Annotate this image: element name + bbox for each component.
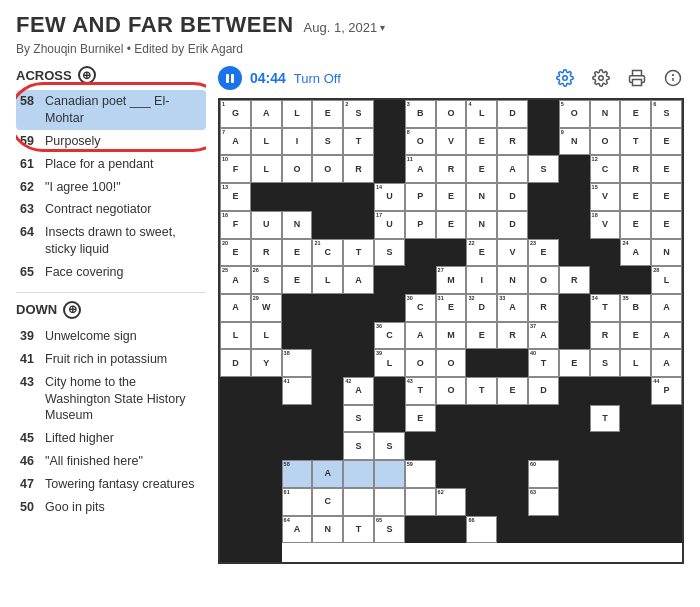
- grid-cell[interactable]: 25A: [220, 266, 251, 294]
- grid-cell[interactable]: 10F: [220, 155, 251, 183]
- clue-item-63-across[interactable]: 63 Contract negotiator: [16, 198, 206, 221]
- grid-cell[interactable]: Y: [251, 349, 282, 377]
- grid-cell[interactable]: E: [620, 211, 651, 239]
- grid-cell[interactable]: 5O: [559, 100, 590, 128]
- grid-cell[interactable]: N: [651, 239, 682, 267]
- clue-item-47-down[interactable]: 47 Towering fantasy creatures: [16, 473, 206, 496]
- grid-cell[interactable]: T: [343, 239, 374, 267]
- grid-cell[interactable]: 2S: [343, 100, 374, 128]
- grid-cell[interactable]: L: [251, 128, 282, 156]
- clue-item-46-down[interactable]: 46 "All finished here": [16, 450, 206, 473]
- grid-cell[interactable]: 40T: [528, 349, 559, 377]
- grid-cell[interactable]: 39L: [374, 349, 405, 377]
- down-expand-btn[interactable]: ⊕: [63, 301, 81, 319]
- grid-cell[interactable]: 21C: [312, 239, 343, 267]
- clue-item-59-across[interactable]: 59 Purposely: [16, 130, 206, 153]
- grid-cell[interactable]: A: [312, 460, 343, 488]
- grid-cell[interactable]: 33A: [497, 294, 528, 322]
- grid-cell[interactable]: E: [466, 155, 497, 183]
- grid-cell[interactable]: T: [343, 128, 374, 156]
- grid-cell[interactable]: 20E: [220, 239, 251, 267]
- grid-cell[interactable]: A: [405, 322, 436, 350]
- grid-cell[interactable]: [343, 460, 374, 488]
- grid-cell[interactable]: C: [312, 488, 343, 516]
- grid-cell[interactable]: O: [436, 100, 467, 128]
- grid-cell[interactable]: 59: [405, 460, 436, 488]
- grid-cell[interactable]: E: [282, 239, 313, 267]
- grid-cell[interactable]: N: [282, 211, 313, 239]
- grid-cell[interactable]: R: [590, 322, 621, 350]
- grid-cell[interactable]: A: [343, 266, 374, 294]
- grid-cell[interactable]: N: [466, 183, 497, 211]
- turn-off-button[interactable]: Turn Off: [294, 71, 341, 86]
- grid-cell[interactable]: 41: [282, 377, 313, 405]
- clue-item-62-across[interactable]: 62 "I agree 100!": [16, 176, 206, 199]
- grid-cell[interactable]: 24A: [620, 239, 651, 267]
- grid-cell[interactable]: 8O: [405, 128, 436, 156]
- options-icon[interactable]: [590, 67, 612, 89]
- grid-cell[interactable]: S: [374, 432, 405, 460]
- grid-cell[interactable]: 12C: [590, 155, 621, 183]
- grid-cell[interactable]: 31E: [436, 294, 467, 322]
- grid-cell[interactable]: E: [651, 183, 682, 211]
- grid-cell[interactable]: 63: [528, 488, 559, 516]
- grid-cell[interactable]: M: [436, 322, 467, 350]
- grid-cell[interactable]: E: [466, 128, 497, 156]
- grid-cell[interactable]: 36C: [374, 322, 405, 350]
- settings-icon[interactable]: [554, 67, 576, 89]
- grid-cell[interactable]: 38: [282, 349, 313, 377]
- grid-cell[interactable]: E: [436, 183, 467, 211]
- grid-cell[interactable]: O: [405, 349, 436, 377]
- grid-cell[interactable]: R: [497, 128, 528, 156]
- pause-button[interactable]: [218, 66, 242, 90]
- grid-cell[interactable]: V: [436, 128, 467, 156]
- grid-cell[interactable]: S: [374, 239, 405, 267]
- grid-cell[interactable]: 6S: [651, 100, 682, 128]
- grid-cell[interactable]: 22E: [466, 239, 497, 267]
- grid-cell[interactable]: S: [343, 432, 374, 460]
- grid-cell[interactable]: 32D: [466, 294, 497, 322]
- grid-cell[interactable]: E: [312, 100, 343, 128]
- grid-cell[interactable]: 26S: [251, 266, 282, 294]
- grid-cell[interactable]: 42A: [343, 377, 374, 405]
- grid-cell[interactable]: R: [251, 239, 282, 267]
- grid-cell[interactable]: P: [405, 183, 436, 211]
- grid-cell[interactable]: I: [466, 266, 497, 294]
- grid-cell[interactable]: S: [528, 155, 559, 183]
- grid-cell[interactable]: U: [251, 211, 282, 239]
- grid-cell[interactable]: T: [620, 128, 651, 156]
- grid-cell[interactable]: S: [343, 405, 374, 433]
- grid-cell[interactable]: 23E: [528, 239, 559, 267]
- grid-cell[interactable]: 18V: [590, 211, 621, 239]
- grid-cell[interactable]: O: [312, 155, 343, 183]
- clue-item-50-down[interactable]: 50 Goo in pits: [16, 496, 206, 519]
- clue-item-61-across[interactable]: 61 Place for a pendant: [16, 153, 206, 176]
- grid-cell[interactable]: L: [251, 322, 282, 350]
- grid-cell[interactable]: D: [497, 100, 528, 128]
- grid-cell[interactable]: E: [497, 377, 528, 405]
- grid-cell[interactable]: L: [620, 349, 651, 377]
- info-icon[interactable]: [662, 67, 684, 89]
- crossword-grid[interactable]: 1GALE2S3BO4LD5ONE6S7ALIST8OVER9NOTE10FLO…: [218, 98, 684, 564]
- grid-cell[interactable]: S: [590, 349, 621, 377]
- grid-cell[interactable]: A: [251, 100, 282, 128]
- grid-cell[interactable]: R: [620, 155, 651, 183]
- grid-cell[interactable]: A: [651, 349, 682, 377]
- across-expand-btn[interactable]: ⊕: [78, 66, 96, 84]
- grid-cell[interactable]: O: [436, 349, 467, 377]
- grid-cell[interactable]: A: [651, 322, 682, 350]
- clue-item-58-across[interactable]: 58 Canadian poet ___ El-Mohtar: [16, 90, 206, 130]
- grid-cell[interactable]: 34T: [590, 294, 621, 322]
- grid-cell[interactable]: A: [220, 294, 251, 322]
- grid-cell[interactable]: O: [528, 266, 559, 294]
- grid-cell[interactable]: [374, 460, 405, 488]
- grid-cell[interactable]: [405, 488, 436, 516]
- grid-cell[interactable]: 13E: [220, 183, 251, 211]
- grid-cell[interactable]: 15V: [590, 183, 621, 211]
- grid-cell[interactable]: 11A: [405, 155, 436, 183]
- grid-cell[interactable]: S: [312, 128, 343, 156]
- grid-cell[interactable]: E: [651, 155, 682, 183]
- grid-cell[interactable]: 37A: [528, 322, 559, 350]
- grid-cell[interactable]: T: [343, 516, 374, 544]
- grid-cell[interactable]: R: [436, 155, 467, 183]
